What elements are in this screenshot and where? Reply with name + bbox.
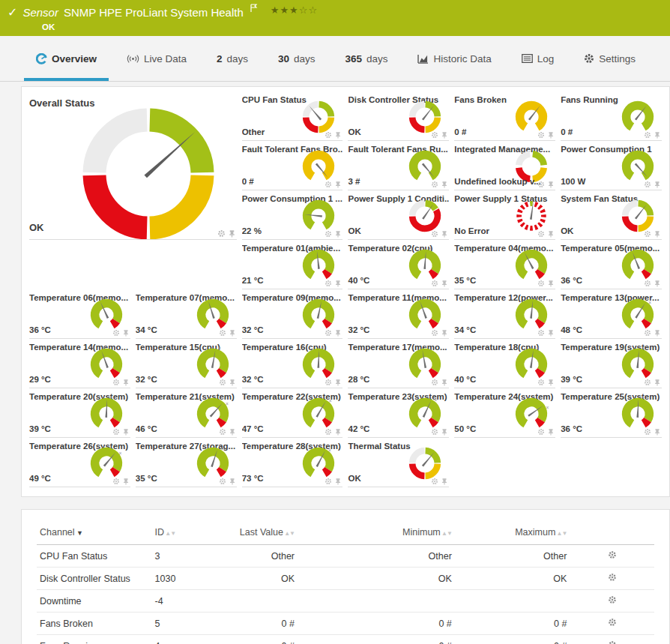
gauge-cell[interactable]: Fault Tolerant Fans Ru...3 # <box>348 141 449 190</box>
gauge-cell[interactable]: Temperature 25(system)×36 °C <box>561 388 662 438</box>
pin-icon[interactable] <box>334 329 342 337</box>
gauge-cell[interactable]: Temperature 24(system)×50 °C <box>454 388 555 438</box>
pin-icon[interactable] <box>334 428 342 436</box>
gauge-cell[interactable]: Temperature 14(memo...×29 °C <box>29 339 130 388</box>
gauge-cell[interactable]: Temperature 23(system)×42 °C <box>348 388 449 438</box>
gear-icon[interactable] <box>644 280 651 287</box>
gear-icon[interactable] <box>644 230 651 238</box>
gear-icon[interactable] <box>431 329 438 337</box>
pin-icon[interactable] <box>229 379 236 386</box>
gear-icon[interactable] <box>431 181 438 188</box>
gear-icon[interactable] <box>219 379 226 386</box>
gear-icon[interactable] <box>325 280 332 287</box>
gear-icon[interactable] <box>537 131 545 139</box>
gauge-cell[interactable]: Temperature 04(memo...×35 °C <box>454 240 555 289</box>
gear-icon[interactable] <box>644 131 651 139</box>
pin-icon[interactable] <box>228 229 236 238</box>
gear-icon[interactable] <box>431 478 438 485</box>
pin-icon[interactable] <box>547 131 555 139</box>
gauge-cell[interactable]: Power Supply 1 StatusNo Error <box>454 190 555 240</box>
pin-icon[interactable] <box>654 329 661 337</box>
pin-icon[interactable] <box>122 329 130 337</box>
pin-icon[interactable] <box>547 280 555 287</box>
gauge-cell[interactable]: Fault Tolerant Fans Bro...0 # <box>242 141 343 190</box>
channel-settings-button[interactable] <box>608 573 617 584</box>
priority-stars[interactable]: ★★★☆☆ <box>271 4 318 16</box>
gear-icon[interactable] <box>431 230 438 238</box>
pin-icon[interactable] <box>441 280 448 287</box>
gear-icon[interactable] <box>325 428 332 436</box>
gear-icon[interactable] <box>644 181 651 188</box>
pin-icon[interactable] <box>654 181 661 188</box>
gear-icon[interactable] <box>325 329 332 337</box>
pin-icon[interactable] <box>441 329 448 337</box>
gear-icon[interactable] <box>112 478 120 485</box>
pin-icon[interactable] <box>441 478 448 485</box>
gauge-cell[interactable]: Temperature 06(memo...×36 °C <box>29 289 130 339</box>
gear-icon[interactable] <box>644 329 651 337</box>
pin-icon[interactable] <box>334 379 342 386</box>
gear-icon[interactable] <box>217 229 226 238</box>
gauge-cell[interactable]: Fans Running0 # <box>561 91 662 141</box>
gear-icon[interactable] <box>325 379 332 386</box>
pin-icon[interactable] <box>334 230 342 238</box>
channel-settings-button[interactable] <box>608 618 617 629</box>
tab-log[interactable]: Log <box>522 36 555 81</box>
pin-icon[interactable] <box>334 280 342 287</box>
gear-icon[interactable] <box>537 280 545 287</box>
gauge-cell[interactable]: Temperature 17(memo...×28 °C <box>348 339 449 388</box>
gauge-cell[interactable]: Temperature 09(memo...×32 °C <box>242 289 343 339</box>
flag-icon[interactable] <box>250 4 258 13</box>
gauge-cell[interactable]: Temperature 28(system)×73 °C <box>242 438 343 487</box>
gear-icon[interactable] <box>431 428 438 436</box>
pin-icon[interactable] <box>547 379 555 386</box>
pin-icon[interactable] <box>441 428 448 436</box>
column-header-maximum[interactable]: Maximum ▲▼ <box>455 522 570 545</box>
gear-icon[interactable] <box>219 428 226 436</box>
overall-status-cell[interactable]: Overall Status OK <box>29 91 237 240</box>
gauge-cell[interactable]: Temperature 27(storag...×35 °C <box>136 438 237 487</box>
tab-settings[interactable]: Settings <box>584 36 636 81</box>
gauge-cell[interactable]: Power Supply 1 Conditi...OK <box>348 190 449 240</box>
gear-icon[interactable] <box>537 329 545 337</box>
pin-icon[interactable] <box>654 379 661 386</box>
pin-icon[interactable] <box>334 181 342 188</box>
column-header-channel[interactable]: Channel ▼ <box>37 522 152 545</box>
gear-icon[interactable] <box>325 181 332 188</box>
gauge-cell[interactable]: CPU Fan StatusOther <box>242 91 343 141</box>
gauge-cell[interactable]: Temperature 11(memo...×32 °C <box>348 289 449 339</box>
pin-icon[interactable] <box>547 181 555 188</box>
gauge-cell[interactable]: Temperature 18(cpu)×40 °C <box>454 339 555 388</box>
gauge-cell[interactable]: Temperature 26(system)×49 °C <box>29 438 130 487</box>
gear-icon[interactable] <box>608 573 617 582</box>
gear-icon[interactable] <box>608 550 617 559</box>
pin-icon[interactable] <box>654 131 661 139</box>
gauge-cell[interactable]: Temperature 21(system)×46 °C <box>136 388 237 438</box>
pin-icon[interactable] <box>122 428 130 436</box>
pin-icon[interactable] <box>654 428 661 436</box>
gear-icon[interactable] <box>325 131 332 139</box>
gauge-cell[interactable]: Thermal StatusOK <box>348 438 449 487</box>
gear-icon[interactable] <box>112 329 120 337</box>
pin-icon[interactable] <box>334 131 342 139</box>
gear-icon[interactable] <box>537 181 545 188</box>
gauge-cell[interactable]: Integrated Manageme...Undefined lookup v… <box>454 141 555 190</box>
pin-icon[interactable] <box>547 428 555 436</box>
gauge-cell[interactable]: Temperature 20(system)×39 °C <box>29 388 130 438</box>
tab-2-days[interactable]: 2days <box>217 36 248 81</box>
gauge-cell[interactable]: Temperature 19(system)×39 °C <box>561 339 662 388</box>
gear-icon[interactable] <box>644 428 651 436</box>
gear-icon[interactable] <box>219 478 226 485</box>
column-header-last-value[interactable]: Last Value ▲▼ <box>217 522 298 545</box>
tab-30-days[interactable]: 30days <box>278 36 316 81</box>
gear-icon[interactable] <box>537 230 545 238</box>
pin-icon[interactable] <box>441 379 448 386</box>
pin-icon[interactable] <box>441 230 448 238</box>
pin-icon[interactable] <box>654 280 661 287</box>
gauge-cell[interactable]: Temperature 13(power...×48 °C <box>561 289 662 339</box>
gear-icon[interactable] <box>112 428 120 436</box>
gauge-cell[interactable]: Temperature 07(memo...×34 °C <box>136 289 237 339</box>
tab-overview[interactable]: Overview <box>36 36 97 81</box>
pin-icon[interactable] <box>122 478 130 485</box>
channel-settings-button[interactable] <box>608 595 617 607</box>
